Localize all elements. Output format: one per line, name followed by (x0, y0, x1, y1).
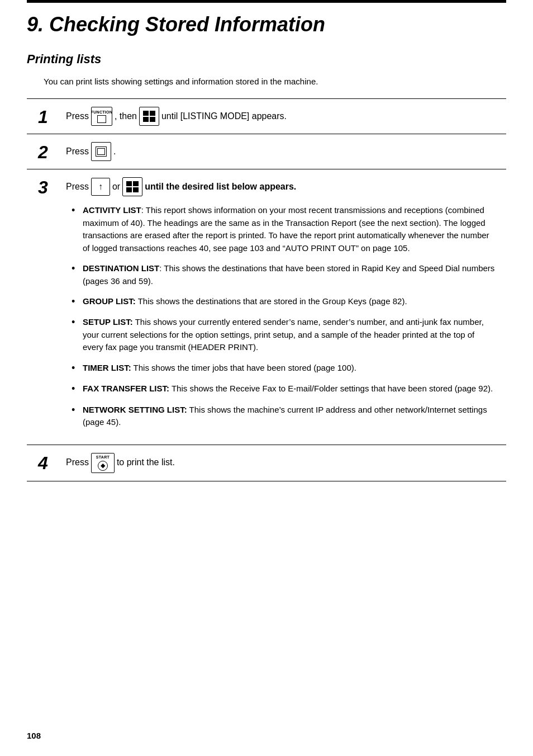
bullet-dot-4: • (72, 316, 83, 329)
g1b (126, 181, 132, 186)
step-3: 3 Press ↑ or (27, 169, 506, 445)
bullet-text-5: TIMER LIST: This shows the timer jobs th… (83, 362, 495, 375)
section-title: Printing lists (27, 52, 506, 67)
list-item: • NETWORK SETTING LIST: This shows the m… (72, 404, 495, 429)
list-item: • TIMER LIST: This shows the timer jobs … (72, 362, 495, 375)
g1 (143, 111, 149, 116)
start-key-circle: ◆ (98, 461, 108, 471)
steps-container: 1 Press FUNCTION , then (27, 98, 506, 481)
bullet-dot-2: • (72, 262, 83, 275)
step-2-inline: Press . (66, 142, 495, 161)
arrow-up-key-icon[interactable]: ↑ (91, 178, 110, 196)
g4b (133, 187, 139, 192)
bullet-title-2: DESTINATION LIST (83, 263, 159, 273)
bullet-title-7: NETWORK SETTING LIST: (83, 405, 187, 414)
list-item: • DESTINATION LIST: This shows the desti… (72, 262, 495, 287)
bullet-list: • ACTIVITY LIST: This report shows infor… (72, 204, 495, 437)
step-2-press: Press (66, 145, 89, 158)
step-3-after: until the desired list below appears. (145, 181, 296, 193)
bullet-text-4: SETUP LIST: This shows your currently en… (83, 316, 495, 354)
page-number: 108 (27, 731, 41, 740)
step-4-number: 4 (38, 454, 60, 472)
step-3-number: 3 (38, 178, 60, 196)
page: 9. Checking Stored Information Printing … (0, 0, 533, 756)
bullet-text-1: ACTIVITY LIST: This report shows informa… (83, 204, 495, 254)
intro-text: You can print lists showing settings and… (44, 77, 506, 86)
bullet-body-1: : This report shows information on your … (83, 205, 489, 253)
step-3-press: Press (66, 181, 89, 193)
bullet-text-7: NETWORK SETTING LIST: This shows the mac… (83, 404, 495, 429)
step-4-press: Press (66, 456, 89, 469)
bullet-body-3: This shows the destinations that are sto… (136, 296, 407, 306)
grid4 (143, 111, 155, 122)
bullet-body-4: This shows your currently entered sender… (83, 317, 484, 352)
bullet-dot-1: • (72, 204, 83, 217)
step-4-after: to print the list. (117, 456, 175, 469)
function-key-label: FUNCTION (91, 110, 113, 115)
bullet-body-6: This shows the Receive Fax to E-mail/Fol… (169, 384, 493, 393)
bullet-title-4: SETUP LIST: (83, 317, 133, 327)
function-key-icon[interactable]: FUNCTION (91, 107, 112, 126)
function-key-square (97, 115, 106, 123)
bullet-text-3: GROUP LIST: This shows the destinations … (83, 295, 495, 308)
step-1-then: , then (115, 110, 137, 122)
step-1-inline: Press FUNCTION , then (66, 107, 495, 126)
step-2-content: Press . (66, 142, 495, 161)
bullet-title-6: FAX TRANSFER LIST: (83, 384, 169, 393)
page-title: 9. Checking Stored Information (27, 13, 506, 36)
single-inner-sq (96, 147, 107, 157)
step-2: 2 Press . (27, 134, 506, 169)
step-4: 4 Press START ◆ to print the list. (27, 445, 506, 481)
start-key-icon[interactable]: START ◆ (91, 453, 115, 473)
step-2-after: . (113, 145, 116, 158)
grid4-2 (126, 181, 139, 192)
bullet-dot-5: • (72, 362, 83, 375)
step-4-inline: Press START ◆ to print the list. (66, 453, 495, 473)
bullet-dot-3: • (72, 295, 83, 308)
single-inner-key-icon[interactable] (91, 142, 111, 161)
bullet-body-5: This shows the timer jobs that have been… (131, 363, 356, 372)
g4 (150, 117, 155, 122)
step-3-or: or (112, 181, 120, 193)
bullet-title-5: TIMER LIST: (83, 363, 131, 372)
step-4-content: Press START ◆ to print the list. (66, 453, 495, 473)
list-item: • SETUP LIST: This shows your currently … (72, 316, 495, 354)
g3b (126, 187, 132, 192)
grid-key-icon[interactable] (139, 107, 159, 126)
list-item: • ACTIVITY LIST: This report shows infor… (72, 204, 495, 254)
bullet-title-1: ACTIVITY LIST (83, 205, 141, 215)
list-item: • FAX TRANSFER LIST: This shows the Rece… (72, 382, 495, 395)
start-key-label: START (96, 455, 110, 460)
step-3-inline: Press ↑ or unt (66, 177, 495, 196)
bullet-dot-7: • (72, 404, 83, 417)
bullet-text-6: FAX TRANSFER LIST: This shows the Receiv… (83, 382, 495, 395)
step-1-number: 1 (38, 108, 60, 126)
step-1-after: until [LISTING MODE] appears. (161, 110, 287, 122)
step-1-press: Press (66, 110, 89, 122)
step-1: 1 Press FUNCTION , then (27, 99, 506, 134)
grid-key-icon-2[interactable] (122, 177, 142, 196)
step-2-number: 2 (38, 143, 60, 161)
bullet-dot-6: • (72, 382, 83, 395)
g3 (143, 117, 149, 122)
list-item: • GROUP LIST: This shows the destination… (72, 295, 495, 308)
g2 (150, 111, 155, 116)
bullet-title-3: GROUP LIST: (83, 296, 136, 306)
g2b (133, 181, 139, 186)
step-3-content: Press ↑ or unt (66, 177, 495, 437)
bullet-text-2: DESTINATION LIST: This shows the destina… (83, 262, 495, 287)
top-border (27, 0, 506, 3)
step-1-content: Press FUNCTION , then (66, 107, 495, 126)
